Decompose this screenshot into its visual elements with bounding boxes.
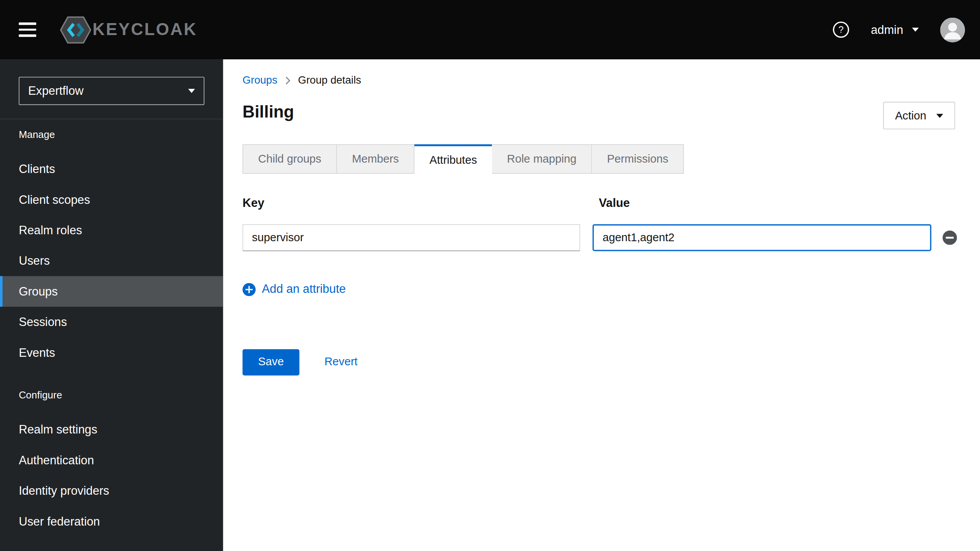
masthead: KEYCLOAK ? admin xyxy=(0,0,980,59)
sidebar-item-authentication[interactable]: Authentication xyxy=(0,445,223,475)
svg-text:?: ? xyxy=(839,25,844,35)
tab-permissions[interactable]: Permissions xyxy=(592,144,684,174)
user-dropdown[interactable]: admin xyxy=(871,23,919,37)
value-column-header: Value xyxy=(593,196,630,210)
action-dropdown-button[interactable]: Action xyxy=(883,102,955,129)
attribute-value-input[interactable] xyxy=(593,224,931,251)
sidebar-section-configure: Configure xyxy=(19,390,223,402)
sidebar-item-events[interactable]: Events xyxy=(0,338,223,368)
sidebar-item-clients[interactable]: Clients xyxy=(0,154,223,184)
attribute-key-input[interactable] xyxy=(242,224,580,251)
avatar[interactable] xyxy=(940,17,965,42)
masthead-tools: ? admin xyxy=(833,17,965,42)
sidebar-item-realm-roles[interactable]: Realm roles xyxy=(0,215,223,245)
hamburger-menu-icon[interactable] xyxy=(19,19,38,40)
remove-attribute-button[interactable] xyxy=(943,230,957,245)
sidebar-section-manage: Manage xyxy=(19,129,223,142)
manage-nav-list: Clients Client scopes Realm roles Users … xyxy=(0,154,223,368)
page-header: Billing Action xyxy=(242,102,980,129)
sidebar-item-users[interactable]: Users xyxy=(0,245,223,276)
chevron-down-icon xyxy=(188,89,195,93)
realm-selector[interactable]: Expertflow xyxy=(19,77,205,105)
group-detail-tabs: Child groups Members Attributes Role map… xyxy=(242,144,980,174)
sidebar-item-identity-providers[interactable]: Identity providers xyxy=(0,475,223,506)
tab-child-groups[interactable]: Child groups xyxy=(242,144,337,174)
realm-selector-block: Expertflow xyxy=(0,59,223,119)
minus-circle-icon xyxy=(943,230,957,245)
breadcrumb: Groups Group details xyxy=(242,74,980,87)
brand-wordmark: KEYCLOAK xyxy=(93,20,197,39)
realm-name: Expertflow xyxy=(28,84,84,98)
add-attribute-label: Add an attribute xyxy=(262,282,346,296)
sidebar-item-realm-settings[interactable]: Realm settings xyxy=(0,414,223,445)
sidebar-item-sessions[interactable]: Sessions xyxy=(0,307,223,337)
configure-nav-list: Realm settings Authentication Identity p… xyxy=(0,414,223,537)
keycloak-admin-console: KEYCLOAK ? admin xyxy=(0,0,980,551)
plus-circle-icon xyxy=(242,283,256,296)
caret-down-icon xyxy=(912,27,919,32)
keycloak-logo-icon xyxy=(60,16,91,43)
tab-members[interactable]: Members xyxy=(337,144,414,174)
page-title: Billing xyxy=(242,102,980,122)
username-label: admin xyxy=(871,23,903,37)
action-button-label: Action xyxy=(895,109,926,122)
breadcrumb-current: Group details xyxy=(298,74,361,87)
revert-button[interactable]: Revert xyxy=(325,356,358,369)
breadcrumb-groups-link[interactable]: Groups xyxy=(242,74,277,87)
save-button[interactable]: Save xyxy=(242,349,300,375)
sidebar-item-client-scopes[interactable]: Client scopes xyxy=(0,184,223,215)
attributes-table-headers: Key Value xyxy=(242,196,980,210)
chevron-right-icon xyxy=(285,76,291,85)
tab-role-mapping[interactable]: Role mapping xyxy=(492,144,592,174)
help-icon[interactable]: ? xyxy=(833,21,850,38)
key-column-header: Key xyxy=(242,196,593,210)
tab-attributes[interactable]: Attributes xyxy=(414,144,492,174)
add-attribute-button[interactable]: Add an attribute xyxy=(242,282,346,296)
sidebar-item-user-federation[interactable]: User federation xyxy=(0,506,223,536)
sidebar-item-groups[interactable]: Groups xyxy=(0,276,223,307)
attribute-row xyxy=(242,224,980,251)
caret-down-icon xyxy=(936,113,943,118)
form-actions: Save Revert xyxy=(242,349,980,375)
main-content: Groups Group details Billing Action Chil… xyxy=(223,59,980,551)
keycloak-brand: KEYCLOAK xyxy=(60,16,197,43)
sidebar: Expertflow Manage Clients Client scopes … xyxy=(0,59,223,551)
